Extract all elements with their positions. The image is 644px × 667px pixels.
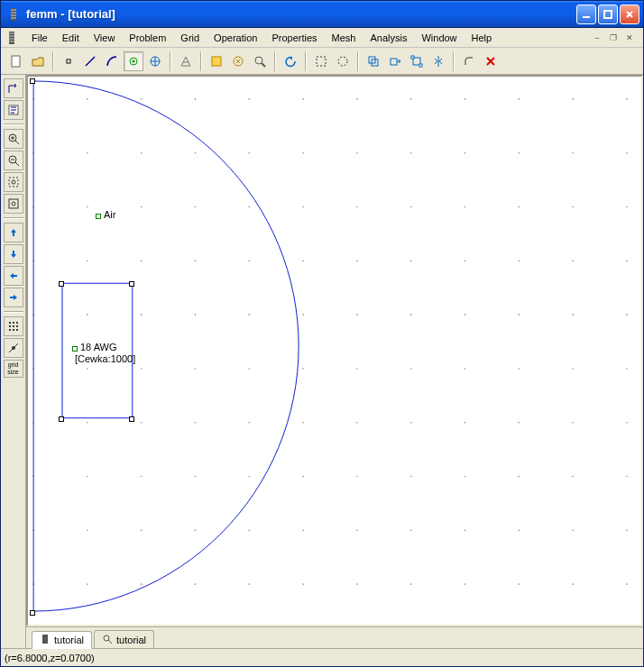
select-rect-button[interactable] xyxy=(311,51,331,71)
svg-point-128 xyxy=(519,422,520,424)
main-window: femm - [tutorial] File Edit View Problem… xyxy=(0,0,644,667)
console-button[interactable] xyxy=(4,100,23,120)
svg-point-116 xyxy=(519,368,520,370)
zoom-in-button[interactable] xyxy=(4,129,23,149)
node-rect-tl[interactable] xyxy=(59,281,64,287)
menu-problem[interactable]: Problem xyxy=(122,31,173,45)
svg-rect-34 xyxy=(9,199,18,208)
menu-mesh[interactable]: Mesh xyxy=(325,31,363,45)
mdi-minimize-button[interactable]: – xyxy=(591,32,603,44)
svg-point-38 xyxy=(16,322,18,324)
point-mode-button[interactable] xyxy=(59,51,78,71)
svg-point-163 xyxy=(465,583,466,585)
run-mesh-button[interactable] xyxy=(207,51,226,71)
grid-dots xyxy=(32,98,627,585)
svg-point-157 xyxy=(141,583,143,585)
maximize-button[interactable] xyxy=(598,5,618,24)
node-rect-tr[interactable] xyxy=(129,281,134,287)
svg-point-62 xyxy=(195,152,197,154)
menu-window[interactable]: Window xyxy=(414,31,464,45)
svg-rect-22 xyxy=(411,56,414,59)
analyze-button[interactable] xyxy=(228,51,248,71)
svg-point-78 xyxy=(410,206,412,208)
pan-up-button[interactable] xyxy=(4,223,23,242)
svg-rect-167 xyxy=(42,635,48,644)
svg-point-92 xyxy=(519,260,520,262)
pan-left-button[interactable] xyxy=(4,266,23,286)
menu-properties[interactable]: Properties xyxy=(264,31,324,45)
block-mode-button[interactable] xyxy=(124,51,143,71)
svg-point-58 xyxy=(626,98,628,100)
menu-grid[interactable]: Grid xyxy=(173,31,207,45)
svg-point-79 xyxy=(465,206,466,208)
refresh-view-button[interactable] xyxy=(4,78,23,98)
svg-rect-12 xyxy=(212,57,221,66)
zoom-out-button[interactable] xyxy=(4,151,23,170)
pan-right-button[interactable] xyxy=(4,288,23,307)
grid-size-button[interactable]: grid size xyxy=(4,360,23,378)
svg-point-123 xyxy=(249,422,251,424)
svg-point-159 xyxy=(249,583,251,585)
delete-button[interactable] xyxy=(481,51,501,71)
menu-help[interactable]: Help xyxy=(465,31,500,45)
svg-point-14 xyxy=(255,57,262,64)
arc-mode-button[interactable] xyxy=(102,51,122,71)
svg-point-81 xyxy=(572,206,574,208)
left-toolbox: grid size xyxy=(1,75,26,648)
svg-point-33 xyxy=(12,180,15,184)
menu-operation[interactable]: Operation xyxy=(207,31,264,45)
zoom-window-button[interactable] xyxy=(4,172,23,192)
pan-down-button[interactable] xyxy=(4,244,23,264)
menu-analysis[interactable]: Analysis xyxy=(363,31,414,45)
fillet-button[interactable] xyxy=(459,51,479,71)
svg-point-138 xyxy=(410,476,412,478)
node-top[interactable] xyxy=(30,78,35,84)
svg-point-80 xyxy=(519,206,520,208)
canvas[interactable]: Air 18 AWG [Cewka:1000] xyxy=(26,75,643,626)
view-results-button[interactable] xyxy=(250,51,270,71)
tab-results[interactable]: tutorial xyxy=(94,630,154,648)
grid-toggle-button[interactable] xyxy=(4,316,23,336)
svg-point-111 xyxy=(249,368,251,370)
menu-view[interactable]: View xyxy=(87,31,123,45)
block-circuit-label: [Cewka:1000] xyxy=(75,353,135,364)
scale-button[interactable] xyxy=(407,51,427,71)
svg-point-114 xyxy=(410,368,412,370)
menu-edit[interactable]: Edit xyxy=(55,31,87,45)
move-button[interactable] xyxy=(385,51,405,71)
svg-line-169 xyxy=(108,640,112,644)
snap-toggle-button[interactable] xyxy=(4,338,23,358)
open-button[interactable] xyxy=(28,51,48,71)
svg-point-54 xyxy=(410,98,412,100)
select-circle-button[interactable] xyxy=(333,51,353,71)
menu-file[interactable]: File xyxy=(24,31,55,45)
svg-point-74 xyxy=(195,206,197,208)
close-button[interactable] xyxy=(620,5,639,24)
node-rect-bl[interactable] xyxy=(59,416,64,422)
block-air-marker[interactable] xyxy=(96,214,101,219)
svg-rect-20 xyxy=(391,59,397,65)
titlebar: femm - [tutorial] xyxy=(1,1,643,28)
svg-point-72 xyxy=(87,206,88,208)
copy-button[interactable] xyxy=(363,51,383,71)
mdi-restore-button[interactable]: ❐ xyxy=(607,32,620,44)
node-bottom[interactable] xyxy=(30,610,35,616)
segment-mode-button[interactable] xyxy=(80,51,100,71)
minimize-button[interactable] xyxy=(576,5,596,24)
doc-icon xyxy=(5,31,19,45)
tab-model[interactable]: tutorial xyxy=(32,631,92,649)
svg-line-30 xyxy=(15,162,19,166)
undo-button[interactable] xyxy=(281,51,300,71)
svg-point-133 xyxy=(141,476,143,478)
mirror-button[interactable] xyxy=(428,51,448,71)
svg-point-117 xyxy=(572,368,574,370)
group-mode-button[interactable] xyxy=(145,51,165,71)
block-coil-marker[interactable] xyxy=(72,346,78,352)
node-rect-br[interactable] xyxy=(129,416,134,422)
mesh-button[interactable] xyxy=(176,51,196,71)
svg-point-73 xyxy=(141,206,143,208)
new-button[interactable] xyxy=(6,51,26,71)
mdi-close-button[interactable]: ✕ xyxy=(623,32,636,44)
svg-point-75 xyxy=(249,206,251,208)
zoom-extents-button[interactable] xyxy=(4,194,23,214)
